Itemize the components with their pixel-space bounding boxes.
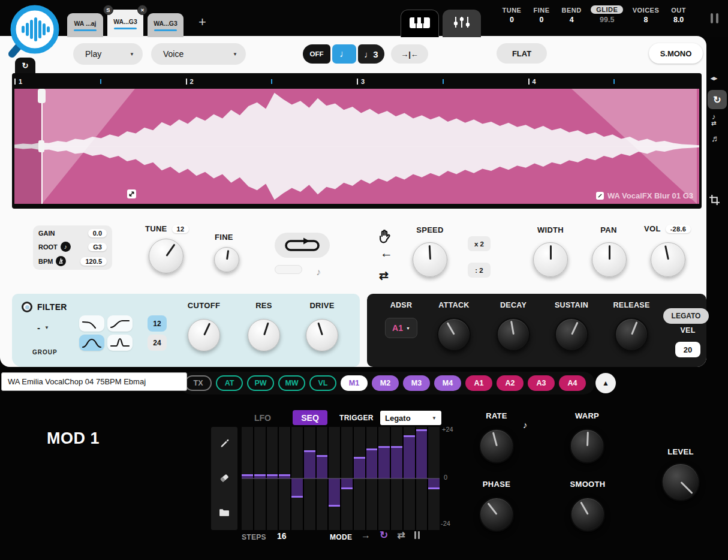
pill-a2[interactable]: A2 [497, 375, 524, 391]
rate-knob[interactable] [479, 429, 514, 463]
pill-at[interactable]: AT [216, 375, 243, 391]
sample-mono-button[interactable]: S.MONO [649, 43, 703, 64]
mode-loop-icon[interactable]: ↻ [380, 529, 388, 541]
keyboard-view-tab[interactable] [401, 10, 439, 37]
drive-knob[interactable] [306, 319, 338, 351]
fade-in-handle[interactable] [127, 189, 136, 198]
speed-knob[interactable] [413, 242, 447, 277]
bpm-value[interactable]: 120.5 [80, 257, 107, 266]
start-marker-handle[interactable] [38, 89, 46, 103]
seq-step[interactable] [329, 427, 340, 530]
param-voices[interactable]: VOICES8 [633, 7, 660, 24]
filter-enable-toggle[interactable] [22, 302, 32, 312]
folder-icon[interactable] [219, 508, 230, 519]
seq-step[interactable] [341, 427, 353, 530]
steps-value[interactable]: 16 [277, 531, 287, 541]
wave-ruler[interactable]: 1234 [14, 76, 699, 89]
slope-24db-button[interactable]: 24 [148, 335, 167, 351]
pill-tx[interactable]: TX [185, 375, 212, 391]
param-out[interactable]: OUT8.0 [671, 7, 686, 24]
trigger-dropdown[interactable]: Legato ▼ [380, 411, 441, 425]
pill-vl[interactable]: VL [309, 375, 336, 391]
snap-to-zero-button[interactable]: →|← [391, 44, 428, 64]
gain-value[interactable]: 0.0 [88, 229, 107, 237]
mode-hold-icon[interactable] [414, 531, 420, 539]
tab-seq[interactable]: SEQ [293, 410, 327, 425]
file-tab[interactable]: WA ...aj [67, 13, 103, 37]
tab-lfo[interactable]: LFO [254, 413, 271, 423]
file-tab[interactable]: WA...G3S× [107, 10, 143, 37]
play-mode-dropdown[interactable]: Play ▼ [73, 43, 143, 65]
pill-a4[interactable]: A4 [559, 375, 586, 391]
sustain-knob[interactable] [555, 318, 588, 351]
slope-12db-button[interactable]: 12 [148, 315, 167, 332]
res-knob[interactable] [248, 319, 280, 351]
phase-knob[interactable] [479, 497, 514, 532]
vol-value[interactable]: -28.6 [666, 225, 691, 233]
speed-half-button[interactable]: : 2 [468, 263, 491, 278]
param-bend[interactable]: BEND4 [562, 7, 582, 24]
pill-mw[interactable]: MW [278, 375, 305, 391]
add-tab-button[interactable]: + [198, 14, 206, 30]
bandpass-shape-button[interactable] [79, 335, 104, 351]
pill-m1[interactable]: M1 [341, 375, 368, 391]
decay-knob[interactable] [497, 318, 530, 351]
highpass-shape-button[interactable] [107, 315, 133, 332]
pill-m2[interactable]: M2 [372, 375, 399, 391]
pill-m3[interactable]: M3 [403, 375, 430, 391]
level-knob[interactable] [661, 463, 700, 501]
voice-dropdown[interactable]: Voice ▼ [151, 43, 246, 65]
pill-a3[interactable]: A3 [528, 375, 555, 391]
speed-double-button[interactable]: x 2 [468, 236, 491, 251]
sync-note-button[interactable]: ♩ [332, 44, 356, 64]
loop-mode-button[interactable] [275, 233, 330, 258]
width-knob[interactable] [533, 242, 568, 277]
note-mode-icon[interactable]: ♬ [711, 133, 720, 143]
param-fine[interactable]: FINE0 [533, 7, 549, 24]
attack-knob[interactable] [437, 318, 471, 351]
eraser-icon[interactable] [219, 472, 230, 486]
tune-value[interactable]: 12 [172, 225, 189, 233]
smooth-knob[interactable] [570, 497, 605, 532]
loop-length-pill[interactable] [275, 265, 302, 274]
hand-drag-icon[interactable] [378, 229, 391, 246]
flat-button[interactable]: FLAT [497, 43, 547, 64]
close-tab-icon[interactable]: × [137, 5, 148, 15]
time-stretch-icon[interactable]: ↻ [708, 90, 727, 109]
loop-corner-tab[interactable]: ↻ [15, 58, 35, 73]
param-tune[interactable]: TUNE0 [503, 7, 522, 24]
pitch-mode-icon[interactable]: ♪ ⇄ [711, 113, 716, 127]
release-knob[interactable] [615, 318, 648, 351]
start-marker-grip[interactable] [38, 140, 44, 152]
wave-body[interactable]: WA VocalFX Blur 01 G3 [14, 89, 699, 204]
collapse-panel-icon[interactable]: ◂▸ [711, 74, 717, 82]
seq-step[interactable] [291, 427, 303, 530]
solo-badge[interactable]: S [103, 5, 113, 15]
pill-a1[interactable]: A1 [465, 375, 492, 391]
mode-forward-icon[interactable]: → [361, 530, 371, 541]
sample-filename-box[interactable]: WA Emilia VocalChop 04 75BPM Ebmaj [1, 372, 187, 391]
pan-knob[interactable] [592, 242, 627, 277]
arrow-left-icon[interactable]: ← [380, 246, 393, 260]
pill-pw[interactable]: PW [247, 375, 274, 391]
pill-m4[interactable]: M4 [434, 375, 461, 391]
metronome-icon[interactable] [56, 256, 66, 266]
peak-shape-button[interactable] [107, 335, 133, 351]
vol-knob[interactable] [651, 242, 685, 277]
sync-off-button[interactable]: OFF [303, 44, 330, 64]
file-tab[interactable]: WA...G3 [148, 13, 183, 37]
pencil-icon[interactable] [219, 438, 230, 450]
param-glide[interactable]: GLIDE99.5 [594, 7, 621, 22]
filter-group-dropdown[interactable]: - ▼ [37, 323, 49, 333]
clef-icon[interactable]: ♪ [61, 242, 71, 252]
crop-icon[interactable] [709, 194, 720, 208]
pause-bars-icon[interactable] [711, 13, 718, 23]
rate-sync-note-icon[interactable]: ♪ [523, 420, 528, 430]
collapse-up-button[interactable]: ▲ [595, 373, 616, 393]
shuffle-icon[interactable]: ⇄ [379, 269, 389, 282]
mixer-view-tab[interactable] [443, 10, 481, 37]
loop-sync-note-icon[interactable]: ♪ [316, 267, 321, 278]
warp-knob[interactable] [570, 429, 604, 463]
tune-knob[interactable] [149, 239, 183, 273]
vel-value[interactable]: 20 [675, 342, 700, 357]
